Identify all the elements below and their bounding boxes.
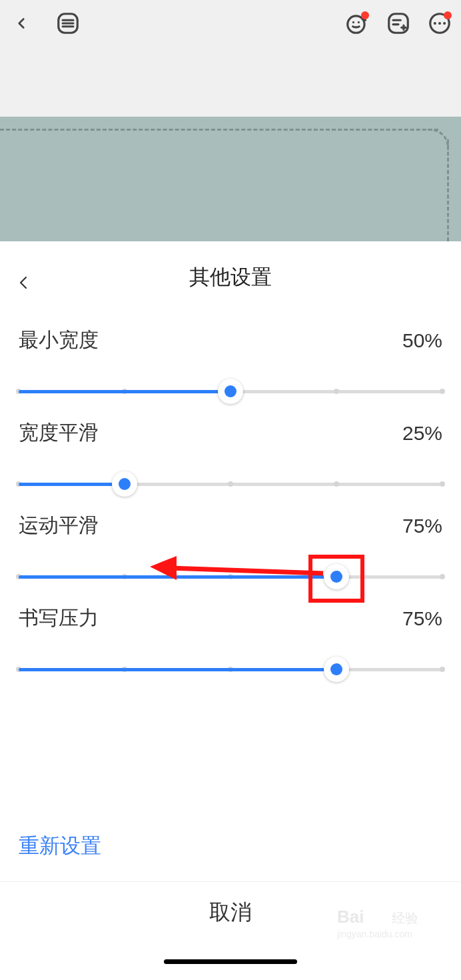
- slider-rows: 最小宽度50%宽度平滑25%运动平滑75%书写压力75%: [0, 327, 461, 683]
- slider-label-row: 书写压力75%: [19, 605, 442, 632]
- slider-value: 75%: [402, 607, 442, 630]
- top-bar-left: [8, 10, 81, 37]
- slider-tick: [440, 389, 445, 394]
- slider-thumb[interactable]: [324, 657, 349, 682]
- more-button[interactable]: [426, 10, 453, 37]
- slider-tick: [440, 574, 445, 579]
- home-indicator-area: [0, 943, 461, 980]
- notification-dot: [444, 11, 452, 19]
- slider-track[interactable]: [19, 563, 442, 590]
- canvas-guide-vertical: [447, 139, 449, 241]
- panel-header: 其他设置: [0, 242, 461, 312]
- list-button[interactable]: [55, 10, 81, 37]
- reset-button[interactable]: 重新设置: [19, 832, 101, 860]
- add-note-button[interactable]: [385, 10, 412, 37]
- slider-tick: [334, 389, 339, 394]
- slider-row: 最小宽度50%: [0, 327, 461, 405]
- slider-thumb[interactable]: [112, 471, 137, 497]
- panel-title: 其他设置: [0, 263, 461, 291]
- slider-track[interactable]: [19, 471, 442, 497]
- svg-point-5: [352, 21, 354, 23]
- top-bar: [0, 0, 461, 47]
- slider-row: 运动平滑75%: [0, 512, 461, 590]
- slider-fill: [19, 575, 336, 579]
- svg-text:Bai: Bai: [337, 907, 364, 927]
- slider-label: 最小宽度: [19, 327, 99, 354]
- settings-panel: 其他设置 最小宽度50%宽度平滑25%运动平滑75%书写压力75% 重新设置: [0, 242, 461, 881]
- slider-label-row: 宽度平滑25%: [19, 419, 442, 447]
- slider-label-row: 最小宽度50%: [19, 327, 442, 354]
- slider-tick: [440, 667, 445, 672]
- slider-fill: [19, 483, 125, 486]
- slider-tick: [440, 481, 445, 487]
- top-bar-right: [344, 10, 453, 37]
- slider-thumb[interactable]: [218, 379, 243, 404]
- back-button[interactable]: [8, 10, 35, 37]
- sticker-button[interactable]: [344, 10, 370, 37]
- svg-point-14: [438, 22, 441, 25]
- slider-label: 书写压力: [19, 605, 99, 632]
- canvas-guide-corner: [428, 129, 449, 150]
- slider-row: 宽度平滑25%: [0, 419, 461, 497]
- canvas-preview: [0, 117, 461, 242]
- slider-fill: [19, 668, 336, 671]
- svg-point-15: [443, 22, 446, 25]
- slider-track[interactable]: [19, 656, 442, 683]
- slider-tick: [228, 481, 233, 487]
- background-spacer: [0, 47, 461, 117]
- slider-row: 书写压力75%: [0, 605, 461, 683]
- slider-label-row: 运动平滑75%: [19, 512, 442, 539]
- slider-fill: [19, 390, 230, 393]
- svg-text:jingyan.baidu.com: jingyan.baidu.com: [337, 929, 412, 939]
- svg-point-13: [434, 22, 436, 25]
- slider-value: 50%: [402, 329, 442, 352]
- slider-label: 运动平滑: [19, 512, 99, 539]
- slider-value: 25%: [402, 422, 442, 445]
- svg-text:经验: 经验: [392, 911, 418, 925]
- slider-tick: [334, 481, 339, 487]
- canvas-guide-horizontal: [0, 129, 438, 131]
- slider-thumb[interactable]: [324, 564, 349, 589]
- slider-label: 宽度平滑: [19, 419, 99, 447]
- notification-dot: [361, 11, 369, 19]
- watermark: Bai 经验 jingyan.baidu.com: [337, 907, 457, 941]
- slider-value: 75%: [402, 515, 442, 537]
- svg-point-6: [358, 21, 360, 23]
- home-indicator[interactable]: [164, 959, 297, 964]
- slider-track[interactable]: [19, 378, 442, 405]
